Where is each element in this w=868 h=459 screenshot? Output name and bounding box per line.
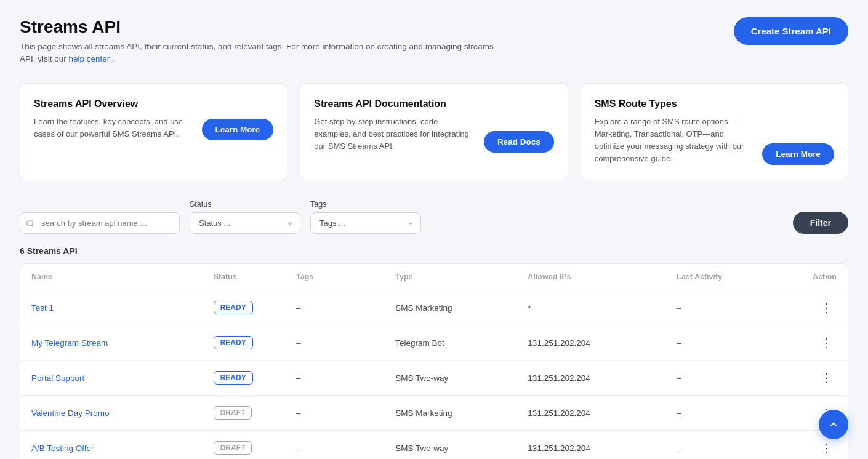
info-card-documentation-text: Get step-by-step instructions, code exam… bbox=[314, 116, 474, 153]
cell-status-4: DRAFT bbox=[203, 431, 285, 459]
info-card-overview-button[interactable]: Learn More bbox=[202, 119, 274, 140]
cell-tags-4: – bbox=[285, 431, 384, 459]
cell-tags-2: – bbox=[285, 361, 384, 396]
info-card-overview-body: Learn the features, key concepts, and us… bbox=[34, 116, 273, 140]
cell-name-4: A/B Testing Offer bbox=[20, 431, 203, 459]
info-card-sms-route-text: Explore a range of SMS route options— Ma… bbox=[595, 116, 753, 166]
filter-button[interactable]: Filter bbox=[793, 212, 848, 234]
col-header-tags: Tags bbox=[285, 264, 384, 290]
stream-name-link-0[interactable]: Test 1 bbox=[31, 303, 54, 313]
page-title: Streams API bbox=[20, 17, 500, 37]
tags-label: Tags bbox=[310, 200, 421, 209]
info-card-overview: Streams API Overview Learn the features,… bbox=[20, 83, 287, 181]
svg-point-0 bbox=[27, 220, 33, 225]
stream-name-link-4[interactable]: A/B Testing Offer bbox=[31, 444, 94, 453]
search-filter-group bbox=[20, 212, 180, 234]
cell-status-0: READY bbox=[203, 290, 285, 325]
tags-filter-group: Tags Tags ... bbox=[310, 200, 421, 234]
status-filter-group: Status Status ... bbox=[190, 200, 300, 234]
stream-name-link-1[interactable]: My Telegram Stream bbox=[31, 338, 108, 348]
search-input-wrapper bbox=[20, 212, 180, 234]
info-card-overview-text: Learn the features, key concepts, and us… bbox=[34, 116, 192, 140]
table-row: My Telegram Stream READY – Telegram Bot … bbox=[20, 325, 848, 361]
info-card-documentation-body: Get step-by-step instructions, code exam… bbox=[314, 116, 553, 153]
col-header-last-activity: Last Activity bbox=[665, 264, 773, 290]
info-card-documentation-button[interactable]: Read Docs bbox=[484, 131, 554, 153]
cell-action-0: ⋮ bbox=[773, 290, 848, 325]
table-row: A/B Testing Offer DRAFT – SMS Two-way 13… bbox=[20, 431, 848, 459]
info-card-documentation-title: Streams API Documentation bbox=[314, 98, 553, 110]
cell-tags-1: – bbox=[285, 325, 384, 361]
cell-type-4: SMS Two-way bbox=[384, 431, 516, 459]
cell-last-activity-2: – bbox=[665, 361, 773, 396]
subtitle-end: . bbox=[112, 54, 115, 63]
cell-tags-0: – bbox=[285, 290, 384, 325]
cell-status-3: DRAFT bbox=[203, 396, 285, 431]
col-header-status: Status bbox=[203, 264, 285, 290]
cell-status-1: READY bbox=[203, 325, 285, 361]
cell-action-2: ⋮ bbox=[773, 361, 848, 396]
info-card-sms-route-title: SMS Route Types bbox=[595, 98, 834, 110]
filters-row: Status Status ... Tags Tags ... Filter bbox=[20, 200, 848, 234]
cell-type-0: SMS Marketing bbox=[384, 290, 516, 325]
col-header-allowed-ips: Allowed IPs bbox=[516, 264, 665, 290]
col-header-action: Action bbox=[773, 264, 848, 290]
page-header-left: Streams API This page shows all streams … bbox=[20, 17, 500, 66]
cell-last-activity-1: – bbox=[665, 325, 773, 361]
cell-last-activity-0: – bbox=[665, 290, 773, 325]
table-row: Portal Support READY – SMS Two-way 131.2… bbox=[20, 361, 848, 396]
cell-allowed-ips-2: 131.251.202.204 bbox=[516, 361, 665, 396]
streams-table-wrapper: Name Status Tags Type Allowed IPs Last A… bbox=[20, 263, 848, 459]
search-input[interactable] bbox=[20, 212, 180, 234]
table-header-row: Name Status Tags Type Allowed IPs Last A… bbox=[20, 264, 848, 290]
stream-name-link-3[interactable]: Valentine Day Promo bbox=[31, 409, 110, 418]
cell-allowed-ips-1: 131.251.202.204 bbox=[516, 325, 665, 361]
cell-status-2: READY bbox=[203, 361, 285, 396]
col-header-type: Type bbox=[384, 264, 516, 290]
row-action-button-0[interactable]: ⋮ bbox=[817, 300, 837, 315]
tags-select[interactable]: Tags ... bbox=[310, 212, 421, 234]
svg-line-1 bbox=[32, 225, 34, 226]
status-badge-1: READY bbox=[214, 336, 253, 349]
cell-tags-3: – bbox=[285, 396, 384, 431]
table-row: Valentine Day Promo DRAFT – SMS Marketin… bbox=[20, 396, 848, 431]
info-card-sms-route-body: Explore a range of SMS route options— Ma… bbox=[595, 116, 834, 166]
info-card-sms-route-button[interactable]: Learn More bbox=[762, 143, 834, 165]
cell-name-2: Portal Support bbox=[20, 361, 203, 396]
cell-name-1: My Telegram Stream bbox=[20, 325, 203, 361]
cell-last-activity-4: – bbox=[665, 431, 773, 459]
up-arrow-icon bbox=[828, 419, 839, 430]
cell-action-1: ⋮ bbox=[773, 325, 848, 361]
status-badge-0: READY bbox=[214, 301, 253, 314]
info-card-sms-route: SMS Route Types Explore a range of SMS r… bbox=[581, 83, 848, 181]
help-center-link[interactable]: help center bbox=[69, 54, 110, 63]
row-action-button-4[interactable]: ⋮ bbox=[817, 441, 837, 455]
status-badge-4: DRAFT bbox=[214, 441, 252, 455]
table-body: Test 1 READY – SMS Marketing * – ⋮ My Te… bbox=[20, 290, 848, 459]
cell-name-3: Valentine Day Promo bbox=[20, 396, 203, 431]
info-card-overview-title: Streams API Overview bbox=[34, 98, 273, 110]
row-action-button-1[interactable]: ⋮ bbox=[817, 335, 837, 350]
streams-count: 6 Streams API bbox=[20, 246, 848, 256]
cell-allowed-ips-0: * bbox=[516, 290, 665, 325]
create-stream-api-button[interactable]: Create Stream API bbox=[734, 17, 848, 45]
cell-last-activity-3: – bbox=[665, 396, 773, 431]
cell-allowed-ips-4: 131.251.202.204 bbox=[516, 431, 665, 459]
status-select[interactable]: Status ... bbox=[190, 212, 300, 234]
col-header-name: Name bbox=[20, 264, 203, 290]
table-row: Test 1 READY – SMS Marketing * – ⋮ bbox=[20, 290, 848, 325]
status-badge-2: READY bbox=[214, 371, 253, 385]
table-header: Name Status Tags Type Allowed IPs Last A… bbox=[20, 264, 848, 290]
info-cards-container: Streams API Overview Learn the features,… bbox=[20, 83, 848, 181]
cell-type-2: SMS Two-way bbox=[384, 361, 516, 396]
status-label: Status bbox=[190, 200, 300, 209]
cell-type-3: SMS Marketing bbox=[384, 396, 516, 431]
row-action-button-2[interactable]: ⋮ bbox=[817, 370, 837, 385]
cell-type-1: Telegram Bot bbox=[384, 325, 516, 361]
cell-allowed-ips-3: 131.251.202.204 bbox=[516, 396, 665, 431]
cell-name-0: Test 1 bbox=[20, 290, 203, 325]
page-header: Streams API This page shows all streams … bbox=[20, 17, 848, 66]
info-card-documentation: Streams API Documentation Get step-by-st… bbox=[300, 83, 568, 181]
fab-scroll-up-button[interactable] bbox=[819, 410, 848, 439]
stream-name-link-2[interactable]: Portal Support bbox=[31, 373, 84, 383]
